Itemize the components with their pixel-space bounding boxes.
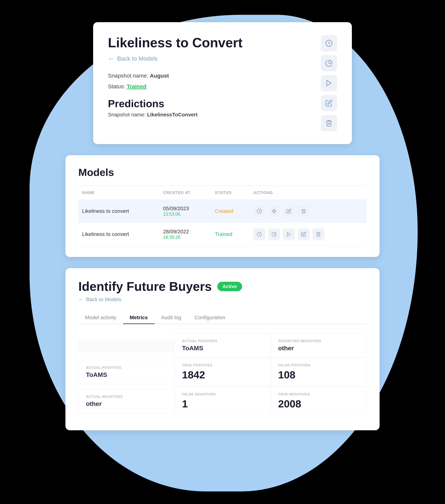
actual-pos-label-cell: ACTUAL POSITIVES ToAMS — [78, 360, 174, 384]
card1-actions — [321, 35, 337, 131]
clock-icon — [257, 232, 262, 237]
model-name-1: Likeliness to convert — [78, 200, 159, 223]
edit-icon — [325, 99, 333, 107]
clock-icon — [257, 209, 262, 214]
card3-header: Identify Future Buyers Active — [78, 279, 367, 294]
actions-cell-1 — [253, 205, 363, 217]
identify-future-buyers-card: Identify Future Buyers Active ← Back to … — [65, 268, 380, 430]
edit-action-1[interactable] — [283, 205, 295, 217]
model-status-1: Created — [211, 200, 250, 223]
trash-icon — [316, 232, 321, 237]
trash-button[interactable] — [321, 115, 337, 131]
bolt-action-1[interactable] — [268, 205, 280, 217]
svg-marker-5 — [287, 233, 290, 236]
matrix-actual-pos-header: ACTUAL POSITIVES ToAMS — [174, 333, 271, 358]
back-arrow-icon-2: ← — [78, 297, 84, 303]
back-to-models-label-2: Back to Models — [86, 297, 121, 303]
table-header-row: NAME CREATED AT STATUS ACTIONS — [78, 186, 367, 200]
edit-button[interactable] — [321, 95, 337, 111]
predictions-snapshot: Snapshot name: LikelinessToConvert — [108, 112, 314, 118]
tab-model-activity[interactable]: Model activity — [78, 312, 123, 324]
pie-chart-icon — [272, 232, 277, 237]
clock-icon — [325, 39, 333, 47]
model-name-2: Likeliness to convert — [78, 223, 159, 246]
fn-label: FALSE NEGATIVES — [182, 392, 263, 396]
tab-metrics[interactable]: Metrics — [123, 312, 154, 324]
pie-chart-button[interactable] — [321, 55, 337, 71]
content-wrapper: Likeliness to Convert ← Back to Models S… — [0, 0, 445, 430]
confusion-matrix: ACTUAL POSITIVES ToAMS PREDICTED NEGATIV… — [78, 333, 367, 415]
model-date-1: 05/09/2023 13:53:05 — [159, 200, 211, 223]
pred-snapshot-value: LikelinessToConvert — [147, 112, 198, 118]
tab-audit-log[interactable]: Audit log — [154, 312, 188, 324]
status-value: Trained — [127, 83, 147, 90]
tab-configuration[interactable]: Configuration — [188, 312, 232, 324]
play-icon — [325, 79, 333, 87]
back-to-models-link-2[interactable]: ← Back to Models — [78, 297, 367, 303]
trash-icon — [301, 209, 306, 214]
row2-c0-label: ACTUAL NEGATIVES — [86, 395, 167, 399]
fn-value: 1 — [182, 398, 188, 410]
snapshot-info: Snapshot name: August — [108, 71, 314, 80]
status-info: Status: Trained — [108, 82, 314, 91]
model-actions-1 — [250, 200, 367, 223]
back-arrow-icon: ← — [108, 55, 114, 62]
clock-action-1[interactable] — [253, 205, 265, 217]
edit-icon — [301, 232, 306, 237]
models-card: Models NAME CREATED AT STATUS ACTIONS Li… — [65, 155, 380, 257]
clock-button[interactable] — [321, 35, 337, 51]
edit-action-2[interactable] — [298, 228, 310, 240]
tn-value: 2008 — [278, 398, 301, 410]
ap-header-value: ToAMS — [182, 344, 203, 352]
col-name: NAME — [78, 186, 159, 200]
matrix-row-2: ACTUAL NEGATIVES other FALSE NEGATIVES 1… — [78, 386, 367, 415]
matrix-header-row: ACTUAL POSITIVES ToAMS PREDICTED NEGATIV… — [78, 333, 367, 358]
clock-action-2[interactable] — [253, 228, 265, 240]
svg-marker-1 — [327, 80, 331, 86]
status-created-badge: Created — [215, 208, 233, 214]
model-time-2: 18:35:26 — [163, 235, 207, 240]
pn-header-value: other — [278, 344, 294, 352]
false-negatives-cell: FALSE NEGATIVES 1 — [174, 386, 271, 415]
models-title: Models — [78, 166, 367, 178]
edit-icon — [286, 209, 291, 214]
play-action-2[interactable] — [283, 228, 295, 240]
model-actions-2 — [250, 223, 367, 246]
matrix-row2-col0: ACTUAL NEGATIVES other — [78, 386, 174, 415]
tp-value: 1842 — [182, 369, 205, 380]
trash-icon — [325, 119, 333, 127]
card1-main: Likeliness to Convert ← Back to Models S… — [108, 35, 314, 131]
matrix-row2-col1: FALSE NEGATIVES 1 — [174, 386, 271, 415]
trash-action-1[interactable] — [298, 205, 310, 217]
back-to-models-link[interactable]: ← Back to Models — [108, 55, 314, 62]
actions-cell-2 — [253, 228, 363, 240]
model-status-2: Trained — [211, 223, 250, 246]
matrix-empty-header — [78, 333, 174, 358]
status-label: Status: — [108, 83, 125, 90]
col-actions: ACTIONS — [250, 186, 367, 200]
model-date-2: 28/09/2022 18:35:26 — [159, 223, 211, 246]
back-to-models-label: Back to Models — [117, 55, 158, 62]
predictions-title: Predictions — [108, 98, 314, 109]
matrix-row1-col1: TRUE POSITIVES 1842 — [174, 358, 271, 386]
matrix-pred-neg-header: PREDICTED NEGATIVES other — [271, 333, 367, 358]
pred-snapshot-label: Snapshot name: — [108, 112, 146, 118]
snapshot-name-value: August — [150, 72, 169, 79]
pn-header-label: PREDICTED NEGATIVES — [278, 339, 359, 343]
matrix-row1-col2: FALSE POSITIVES 108 — [271, 358, 367, 386]
actual-neg-label-cell: ACTUAL NEGATIVES other — [78, 389, 174, 413]
pie-chart-icon — [325, 59, 333, 67]
play-icon — [286, 232, 291, 237]
true-positives-cell: TRUE POSITIVES 1842 — [174, 358, 271, 386]
svg-marker-3 — [272, 209, 276, 213]
matrix-row2-col2: TRUE NEGATIVES 2008 — [271, 386, 367, 415]
pie-action-2[interactable] — [268, 228, 280, 240]
false-positives-cell: FALSE POSITIVES 108 — [271, 358, 367, 386]
active-badge: Active — [217, 282, 242, 291]
table-row: Likeliness to convert 28/09/2022 18:35:2… — [78, 223, 367, 246]
true-negatives-cell: TRUE NEGATIVES 2008 — [271, 386, 367, 415]
models-table: NAME CREATED AT STATUS ACTIONS Likelines… — [78, 186, 367, 246]
tabs-row: Model activity Metrics Audit log Configu… — [78, 312, 367, 324]
trash-action-2[interactable] — [313, 228, 324, 240]
play-button[interactable] — [321, 75, 337, 91]
